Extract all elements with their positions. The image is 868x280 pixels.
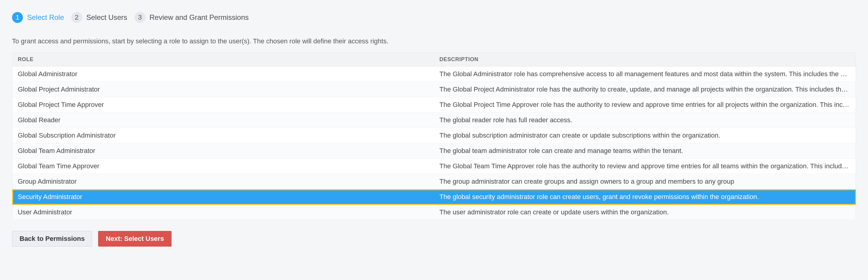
cell-role: Security Administrator	[12, 189, 434, 205]
back-button[interactable]: Back to Permissions	[12, 231, 92, 247]
step-label: Select Role	[27, 13, 64, 22]
cell-description: The user administrator role can create o…	[434, 205, 856, 220]
cell-description: The Global Administrator role has compre…	[434, 66, 856, 82]
roles-table: Role Description Global AdministratorThe…	[12, 52, 856, 220]
cell-description: The Global Team Time Approver role has t…	[434, 159, 856, 174]
button-row: Back to Permissions Next: Select Users	[12, 231, 856, 247]
cell-role: User Administrator	[12, 205, 434, 220]
step-label: Select Users	[86, 13, 127, 22]
step-label: Review and Grant Permissions	[150, 13, 249, 22]
cell-description: The global security administrator role c…	[434, 189, 856, 205]
cell-role: Global Team Administrator	[12, 143, 434, 159]
step-3[interactable]: 3 Review and Grant Permissions	[134, 12, 249, 23]
cell-description: The Global Project Time Approver role ha…	[434, 97, 856, 113]
table-row[interactable]: Security AdministratorThe global securit…	[12, 189, 856, 205]
cell-description: The global subscription administrator ca…	[434, 128, 856, 143]
table-row[interactable]: Global Team Time ApproverThe Global Team…	[12, 159, 856, 174]
table-row[interactable]: User AdministratorThe user administrator…	[12, 205, 856, 220]
cell-role: Global Team Time Approver	[12, 159, 434, 174]
cell-role: Global Project Time Approver	[12, 97, 434, 113]
wizard-stepper: 1 Select Role 2 Select Users 3 Review an…	[12, 12, 856, 23]
table-row[interactable]: Group AdministratorThe group administrat…	[12, 174, 856, 189]
col-header-description: Description	[434, 53, 856, 66]
instruction-text: To grant access and permissions, start b…	[12, 37, 856, 45]
cell-role: Global Project Administrator	[12, 82, 434, 97]
cell-role: Global Subscription Administrator	[12, 128, 434, 143]
table-row[interactable]: Global Project Time ApproverThe Global P…	[12, 97, 856, 113]
step-number: 2	[71, 12, 82, 23]
cell-role: Group Administrator	[12, 174, 434, 189]
cell-description: The group administrator can create group…	[434, 174, 856, 189]
cell-description: The Global Project Administrator role ha…	[434, 82, 856, 97]
step-1[interactable]: 1 Select Role	[12, 12, 64, 23]
table-row[interactable]: Global Team AdministratorThe global team…	[12, 143, 856, 159]
table-row[interactable]: Global Project AdministratorThe Global P…	[12, 82, 856, 97]
page-container: 1 Select Role 2 Select Users 3 Review an…	[0, 0, 868, 259]
step-number: 3	[134, 12, 145, 23]
step-number: 1	[12, 12, 23, 23]
table-row[interactable]: Global Subscription AdministratorThe glo…	[12, 128, 856, 143]
cell-description: The global team administrator role can c…	[434, 143, 856, 159]
table-row[interactable]: Global AdministratorThe Global Administr…	[12, 66, 856, 82]
col-header-role: Role	[12, 53, 434, 66]
next-button[interactable]: Next: Select Users	[98, 231, 171, 247]
cell-description: The global reader role has full reader a…	[434, 113, 856, 128]
table-row[interactable]: Global ReaderThe global reader role has …	[12, 113, 856, 128]
cell-role: Global Reader	[12, 113, 434, 128]
table-header-row: Role Description	[12, 53, 856, 66]
cell-role: Global Administrator	[12, 66, 434, 82]
step-2[interactable]: 2 Select Users	[71, 12, 127, 23]
roles-table-body: Global AdministratorThe Global Administr…	[12, 66, 856, 220]
